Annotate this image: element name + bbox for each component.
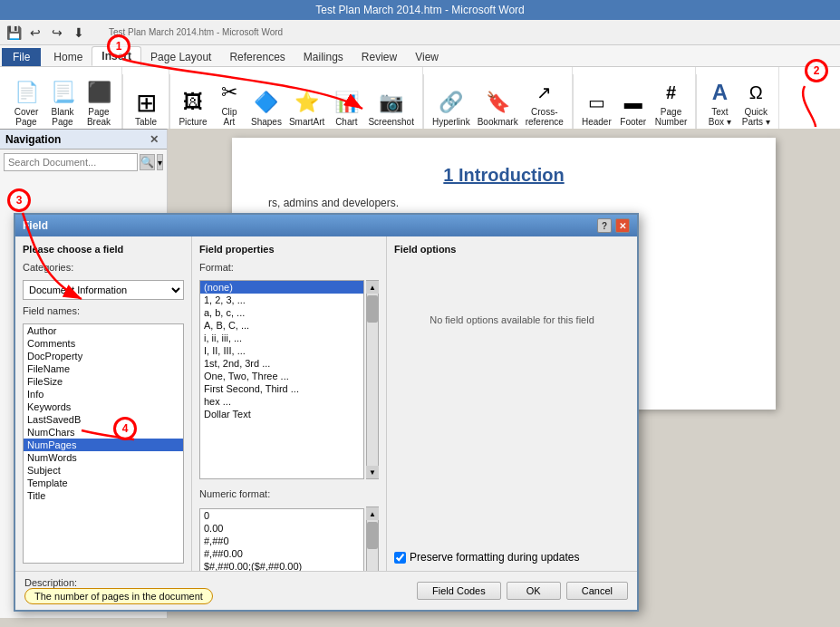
field-options-title: Field options xyxy=(394,244,630,255)
scroll-down[interactable]: ▼ xyxy=(366,466,379,478)
format-list-container: (none) 1, 2, 3, ... a, b, c, ... A, B, C… xyxy=(199,280,379,479)
dialog-overlay: Field ? ✕ Please choose a field Categori… xyxy=(0,0,840,627)
dialog-titlebar: Field ? ✕ xyxy=(15,215,637,236)
field-item-numwords[interactable]: NumWords xyxy=(24,451,183,464)
format-123[interactable]: 1, 2, 3, ... xyxy=(200,294,363,306)
field-item-subject[interactable]: Subject xyxy=(24,464,183,477)
field-item-numchars[interactable]: NumChars xyxy=(24,426,183,439)
nf-hash[interactable]: #,##0 xyxy=(200,535,363,547)
preserve-formatting-area: Preserve formatting during updates xyxy=(394,551,630,564)
nf-hash2[interactable]: #,##0.00 xyxy=(200,547,363,560)
dialog-buttons: Field Codes OK Cancel xyxy=(417,582,628,600)
field-item-filename[interactable]: FileName xyxy=(24,362,183,375)
categories-dropdown[interactable]: Document Information xyxy=(23,280,184,300)
field-middle-panel: Field properties Format: (none) 1, 2, 3,… xyxy=(192,236,387,571)
format-hex[interactable]: hex ... xyxy=(200,395,363,408)
description-text: The number of pages in the document xyxy=(24,588,213,604)
field-item-keywords[interactable]: Keywords xyxy=(24,400,183,413)
description-label: Description: xyxy=(24,577,417,588)
field-item-numpages[interactable]: NumPages xyxy=(24,439,183,451)
nscroll-thumb xyxy=(367,522,378,549)
categories-label: Categories: xyxy=(23,262,184,273)
field-item-comments[interactable]: Comments xyxy=(24,337,183,350)
field-item-author[interactable]: Author xyxy=(24,324,183,337)
field-item-docproperty[interactable]: DocProperty xyxy=(24,350,183,362)
preserve-checkbox[interactable] xyxy=(394,552,406,564)
preserve-label: Preserve formatting during updates xyxy=(410,551,579,564)
dialog-body: Please choose a field Categories: Docume… xyxy=(15,236,637,571)
cancel-button[interactable]: Cancel xyxy=(566,582,628,600)
nscroll-up[interactable]: ▲ xyxy=(366,507,379,520)
scroll-up[interactable]: ▲ xyxy=(366,281,379,294)
format-ordinal-text[interactable]: First Second, Third ... xyxy=(200,382,363,395)
dialog-footer: Description: The number of pages in the … xyxy=(15,571,637,610)
dialog-help-button[interactable]: ? xyxy=(597,218,612,233)
format-abc-upper[interactable]: A, B, C, ... xyxy=(200,319,363,332)
description-area: Description: The number of pages in the … xyxy=(24,577,417,604)
format-abc-lower[interactable]: a, b, c, ... xyxy=(200,306,363,319)
field-properties-title: Field properties xyxy=(199,244,379,255)
format-words[interactable]: One, Two, Three ... xyxy=(200,370,363,382)
format-label: Format: xyxy=(199,262,379,273)
format-scrollbar[interactable]: ▲ ▼ xyxy=(366,280,379,479)
field-item-title[interactable]: Title xyxy=(24,489,183,502)
field-item-info[interactable]: Info xyxy=(24,388,183,400)
field-names-label: Field names: xyxy=(23,305,184,316)
field-item-template[interactable]: Template xyxy=(24,477,183,489)
format-list[interactable]: (none) 1, 2, 3, ... a, b, c, ... A, B, C… xyxy=(199,280,364,479)
scroll-thumb xyxy=(367,295,378,323)
field-codes-button[interactable]: Field Codes xyxy=(417,582,501,600)
nf-0.00[interactable]: 0.00 xyxy=(200,522,363,535)
format-roman-upper[interactable]: I, II, III, ... xyxy=(200,344,363,357)
nf-0[interactable]: 0 xyxy=(200,509,363,522)
ok-button[interactable]: OK xyxy=(507,582,561,600)
numeric-format-label: Numeric format: xyxy=(199,488,379,499)
field-right-panel: Field options No field options available… xyxy=(387,236,637,571)
dialog-close-button[interactable]: ✕ xyxy=(615,218,630,233)
format-none[interactable]: (none) xyxy=(200,281,363,294)
choose-field-title: Please choose a field xyxy=(23,244,184,255)
field-item-lastsavedb[interactable]: LastSavedB xyxy=(24,413,183,426)
numeric-format-container: 0 0.00 #,##0 #,##0.00 $#,##0.00;($#,##0.… xyxy=(199,506,379,571)
field-dialog: Field ? ✕ Please choose a field Categori… xyxy=(14,213,639,612)
dialog-controls: ? ✕ xyxy=(597,218,630,233)
field-item-filesize[interactable]: FileSize xyxy=(24,375,183,388)
no-options-text: No field options available for this fiel… xyxy=(394,314,630,325)
nf-dollar[interactable]: $#,##0.00;($#,##0.00) xyxy=(200,560,363,571)
dialog-title: Field xyxy=(23,219,48,232)
numeric-format-list[interactable]: 0 0.00 #,##0 #,##0.00 $#,##0.00;($#,##0.… xyxy=(199,508,364,571)
field-names-list: Author Comments DocProperty FileName Fil… xyxy=(23,323,184,564)
format-ordinal[interactable]: 1st, 2nd, 3rd ... xyxy=(200,357,363,370)
format-dollar[interactable]: Dollar Text xyxy=(200,408,363,420)
numeric-scrollbar[interactable]: ▲ ▼ xyxy=(366,506,379,571)
format-roman-lower[interactable]: i, ii, iii, ... xyxy=(200,332,363,344)
field-left-panel: Please choose a field Categories: Docume… xyxy=(15,236,192,571)
